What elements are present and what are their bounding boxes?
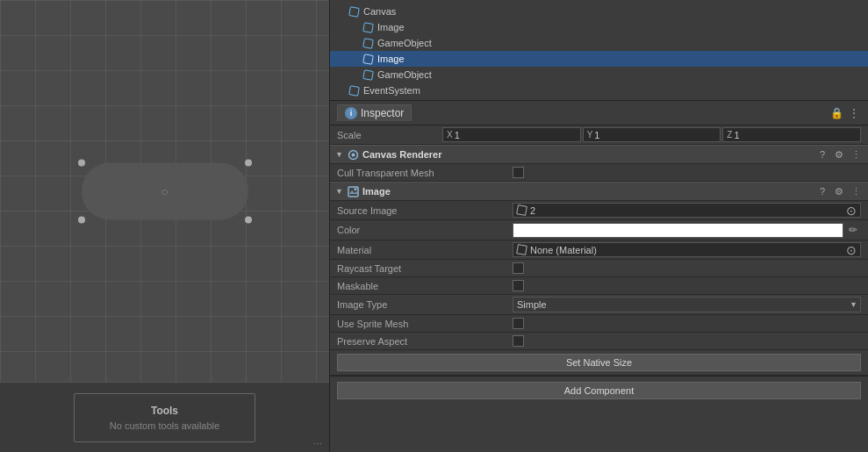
scale-y-field[interactable]: Y 1 <box>583 127 721 142</box>
color-row: Color ✏ <box>330 220 868 240</box>
image-component-header[interactable]: ▼ Image ? ⚙ ⋮ <box>330 182 868 201</box>
z-label: Z <box>727 130 732 140</box>
use-sprite-mesh-value <box>513 318 861 329</box>
scale-x-field[interactable]: X 1 <box>442 127 581 142</box>
hierarchy-label-gameobject2: GameObject <box>377 69 432 80</box>
use-sprite-mesh-checkbox[interactable] <box>513 318 524 329</box>
maskable-checkbox[interactable] <box>513 280 524 291</box>
x-label: X <box>447 130 453 140</box>
color-value: ✏ <box>513 222 861 238</box>
scale-row: Scale X 1 Y 1 Z 1 <box>330 126 868 145</box>
image-settings-button[interactable]: ⚙ <box>832 184 846 198</box>
inspector-lock-button[interactable]: 🔒 <box>829 106 843 120</box>
use-sprite-mesh-label: Use Sprite Mesh <box>337 319 513 329</box>
hierarchy-item-gameobject1[interactable]: GameObject <box>330 35 868 51</box>
add-component-button[interactable]: Add Component <box>337 382 861 399</box>
material-field[interactable]: None (Material) ⊙ <box>513 242 861 257</box>
maskable-label: Maskable <box>337 281 513 291</box>
canvas-renderer-settings-button[interactable]: ⚙ <box>832 147 846 161</box>
inspector-tab-label: Inspector <box>361 107 404 119</box>
inspector-actions: 🔒 ⋮ <box>829 106 861 120</box>
image-type-select[interactable]: Simple ▼ <box>513 297 861 312</box>
canvas-renderer-name: Canvas Renderer <box>362 149 815 160</box>
color-field: ✏ <box>513 222 861 238</box>
preserve-aspect-checkbox[interactable] <box>513 335 524 347</box>
scene-image-object[interactable] <box>82 162 248 219</box>
hierarchy-item-image1[interactable]: Image <box>330 19 868 35</box>
image-component-arrow: ▼ <box>335 187 344 196</box>
canvas-renderer-arrow: ▼ <box>335 150 344 159</box>
set-native-size-row: Set Native Size <box>330 350 868 376</box>
maskable-row: Maskable <box>330 277 868 295</box>
y-label: Y <box>587 130 593 140</box>
svg-point-1 <box>351 153 355 156</box>
tools-more-icon[interactable]: ⋯ <box>313 439 322 448</box>
scale-label: Scale <box>337 130 442 140</box>
source-image-value: 2 ⊙ <box>513 203 861 218</box>
canvas-renderer-help-button[interactable]: ? <box>815 147 829 161</box>
gameobject2-icon <box>362 68 374 81</box>
source-image-select-btn[interactable]: ⊙ <box>846 204 857 218</box>
set-native-size-button[interactable]: Set Native Size <box>337 354 861 371</box>
add-component-row: Add Component <box>330 376 868 405</box>
material-select-btn[interactable]: ⊙ <box>846 243 857 257</box>
material-row: Material None (Material) ⊙ <box>330 240 868 260</box>
canvas-renderer-header[interactable]: ▼ Canvas Renderer ? ⚙ ⋮ <box>330 145 868 164</box>
material-value: None (Material) ⊙ <box>513 242 861 257</box>
image-type-row: Image Type Simple ▼ <box>330 295 868 315</box>
cull-transparent-checkbox[interactable] <box>513 167 524 178</box>
preserve-aspect-value <box>513 335 861 347</box>
preserve-aspect-row: Preserve Aspect <box>330 333 868 350</box>
scale-z-field[interactable]: Z 1 <box>722 127 861 142</box>
hierarchy-item-canvas[interactable]: Canvas <box>330 4 868 19</box>
tools-title: Tools <box>151 405 178 417</box>
image-help-button[interactable]: ? <box>815 184 829 198</box>
hierarchy-item-gameobject2[interactable]: GameObject <box>330 67 868 83</box>
hierarchy-label-image2: Image <box>377 54 405 64</box>
cull-transparent-value <box>513 167 861 178</box>
source-image-field[interactable]: 2 ⊙ <box>513 203 861 218</box>
image-more-button[interactable]: ⋮ <box>849 184 863 198</box>
hierarchy-label-canvas: Canvas <box>363 6 396 17</box>
inspector-info-icon: i <box>345 107 357 119</box>
handle-top-right[interactable] <box>245 159 252 166</box>
image-component-buttons: ? ⚙ ⋮ <box>815 184 863 198</box>
use-sprite-mesh-row: Use Sprite Mesh <box>330 315 868 333</box>
handle-top-left[interactable] <box>78 159 85 166</box>
image-type-arrow: ▼ <box>850 300 857 309</box>
hierarchy-item-eventsystem[interactable]: EventSystem <box>330 83 868 98</box>
scale-z-value: 1 <box>734 130 739 140</box>
scale-y-value: 1 <box>594 130 599 140</box>
canvas-renderer-more-button[interactable]: ⋮ <box>849 147 863 161</box>
scale-x-value: 1 <box>455 130 460 140</box>
preserve-aspect-label: Preserve Aspect <box>337 336 513 347</box>
hierarchy-item-image2[interactable]: Image <box>330 51 868 67</box>
raycast-target-value <box>513 262 861 274</box>
color-label: Color <box>337 225 513 235</box>
scene-canvas[interactable] <box>0 0 329 382</box>
eyedropper-button[interactable]: ✏ <box>845 222 861 238</box>
canvas-icon <box>348 5 360 18</box>
image-component-icon <box>347 185 359 197</box>
image-type-value: Simple ▼ <box>513 297 861 312</box>
inspector-header: i Inspector 🔒 ⋮ <box>330 101 868 126</box>
gameobject1-icon <box>362 37 374 49</box>
hierarchy-label-eventsystem: EventSystem <box>363 85 420 96</box>
handle-bottom-right[interactable] <box>245 216 252 223</box>
hierarchy-label-image1: Image <box>377 22 405 32</box>
scene-object-container <box>82 162 248 219</box>
inspector-tab[interactable]: i Inspector <box>337 104 412 121</box>
material-val: None (Material) <box>530 245 597 255</box>
raycast-target-checkbox[interactable] <box>513 262 524 274</box>
tools-subtitle: No custom tools available <box>110 420 219 431</box>
canvas-renderer-icon <box>347 148 359 161</box>
inspector-more-button[interactable]: ⋮ <box>847 106 861 120</box>
source-image-val: 2 <box>530 205 535 216</box>
raycast-target-row: Raycast Target <box>330 260 868 277</box>
color-rect[interactable] <box>513 223 843 238</box>
handle-bottom-left[interactable] <box>78 216 85 223</box>
image-component-name: Image <box>362 186 815 197</box>
eventsystem-icon <box>348 84 360 97</box>
source-image-row: Source Image 2 ⊙ <box>330 201 868 220</box>
svg-point-3 <box>354 188 356 190</box>
